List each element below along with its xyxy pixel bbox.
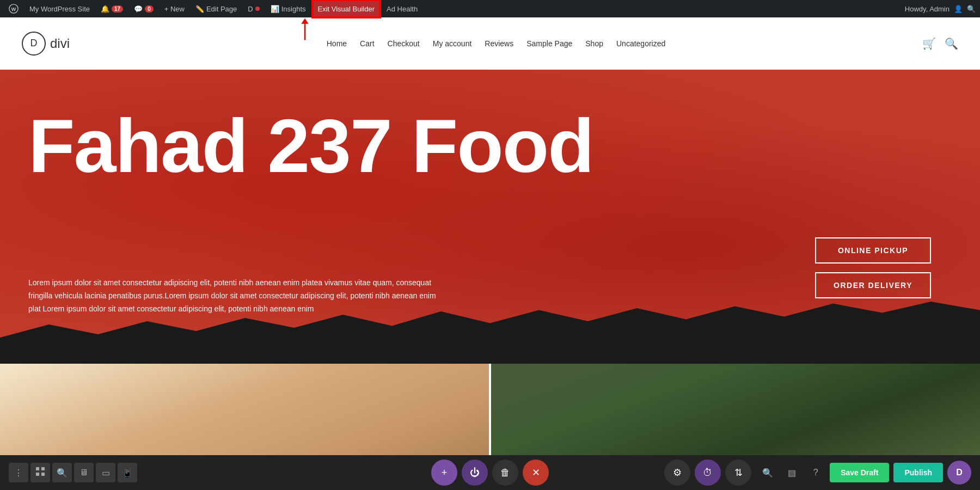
layers-icon: ▤ <box>788 468 796 478</box>
pencil-icon: ✏️ <box>195 5 204 13</box>
builder-mobile-button[interactable]: 📱 <box>118 463 137 482</box>
site-name-label: My WordPress Site <box>29 5 90 13</box>
updates-icon: 🔔 <box>101 5 109 13</box>
howdy-label: Howdy, Admin <box>905 5 950 13</box>
zoom-button[interactable]: 🔍 <box>758 463 777 482</box>
layers-button[interactable]: ▤ <box>782 463 801 482</box>
logo-circle: D <box>22 32 46 56</box>
svg-rect-6 <box>36 473 39 476</box>
exit-visual-builder-button[interactable]: Exit Visual Builder <box>313 0 381 17</box>
hero-subtitle: Lorem ipsum dolor sit amet consectetur a… <box>28 277 442 315</box>
hero-title: Fahad 237 Food <box>28 108 593 184</box>
move-icon: ⇅ <box>734 467 743 479</box>
comments-count: 0 <box>145 5 154 13</box>
move-button[interactable]: ⇅ <box>725 460 751 486</box>
nav-sample-page[interactable]: Sample Page <box>526 39 572 48</box>
plus-icon: + <box>442 467 448 479</box>
divi-button[interactable]: D <box>243 0 264 17</box>
settings-icon: ⚙ <box>673 467 682 479</box>
zoom-icon: 🔍 <box>762 468 773 478</box>
close-button[interactable]: ✕ <box>523 460 549 486</box>
publish-button[interactable]: Publish <box>893 463 943 482</box>
nav-search-icon[interactable]: 🔍 <box>945 37 958 50</box>
cart-icon[interactable]: 🛒 <box>922 37 936 50</box>
nav-shop[interactable]: Shop <box>585 39 603 48</box>
help-icon: ? <box>813 468 818 477</box>
site-nav: Home Cart Checkout My account Reviews Sa… <box>327 39 666 48</box>
divi-logo-button[interactable]: D <box>947 461 971 485</box>
new-button[interactable]: + New <box>160 0 189 17</box>
builder-search-button[interactable]: 🔍 <box>52 463 72 482</box>
builder-desktop-button[interactable]: 🖥 <box>74 463 94 482</box>
edit-page-button[interactable]: ✏️ Edit Page <box>191 0 241 17</box>
hero-buttons: ONLINE PICKUP ORDER DELIVERY <box>815 237 931 298</box>
online-pickup-button[interactable]: ONLINE PICKUP <box>815 237 931 264</box>
dots-icon: ⋮ <box>14 468 23 478</box>
admin-bar: W My WordPress Site 🔔 17 💬 0 + New ✏️ Ed… <box>0 0 980 17</box>
logo-letter: D <box>30 38 38 49</box>
insights-label: Insights <box>281 5 306 13</box>
insights-button[interactable]: 📊 Insights <box>266 0 310 17</box>
nav-icons: 🛒 🔍 <box>922 37 958 50</box>
builder-left-tools: ⋮ 🔍 🖥 ▭ 📱 <box>9 463 137 482</box>
nav-reviews[interactable]: Reviews <box>485 39 513 48</box>
builder-grid-button[interactable] <box>30 463 50 482</box>
svg-rect-7 <box>41 473 45 476</box>
nav-cart[interactable]: Cart <box>360 39 374 48</box>
builder-right-tools: 🔍 ▤ ? Save Draft Publish D <box>758 461 971 485</box>
builder-center-right-controls: ⚙ ⏱ ⇅ <box>664 460 751 486</box>
nav-checkout[interactable]: Checkout <box>388 39 420 48</box>
hero-section: Fahad 237 Food Lorem ipsum dolor sit ame… <box>0 70 980 364</box>
svg-rect-4 <box>36 467 39 470</box>
ad-health-label: Ad Health <box>387 5 418 13</box>
nav-home[interactable]: Home <box>327 39 347 48</box>
updates-button[interactable]: 🔔 17 <box>96 0 127 17</box>
help-button[interactable]: ? <box>806 463 825 482</box>
comments-icon: 💬 <box>134 5 143 13</box>
admin-bar-right: Howdy, Admin 👤 🔍 <box>905 5 976 13</box>
builder-bar: ⋮ 🔍 🖥 ▭ 📱 + ⏻ 🗑 ✕ <box>0 455 980 490</box>
builder-menu-button[interactable]: ⋮ <box>9 463 28 482</box>
close-icon: ✕ <box>532 467 540 479</box>
mobile-icon: 📱 <box>122 468 133 478</box>
desktop-icon: 🖥 <box>79 468 88 477</box>
edit-page-label: Edit Page <box>206 5 237 13</box>
delete-button[interactable]: 🗑 <box>492 460 518 486</box>
comments-button[interactable]: 💬 0 <box>130 0 158 17</box>
logo-text: divi <box>50 36 70 51</box>
power-icon: ⏻ <box>470 467 480 479</box>
ad-health-button[interactable]: Ad Health <box>382 0 422 17</box>
trash-icon: 🗑 <box>500 467 510 479</box>
history-button[interactable]: ⏱ <box>695 460 721 486</box>
divi-status-dot <box>255 7 260 11</box>
nav-uncategorized[interactable]: Uncategorized <box>616 39 665 48</box>
grid-icon <box>36 467 45 478</box>
power-button[interactable]: ⏻ <box>462 460 488 486</box>
wp-logo-button[interactable]: W <box>4 0 23 17</box>
add-element-button[interactable]: + <box>431 460 457 486</box>
site-logo[interactable]: D divi <box>22 32 70 56</box>
svg-text:W: W <box>11 7 16 12</box>
new-label: + New <box>164 5 185 13</box>
save-draft-button[interactable]: Save Draft <box>830 463 889 482</box>
exit-vb-label: Exit Visual Builder <box>318 5 375 13</box>
updates-count: 17 <box>112 5 123 13</box>
divi-icon: D <box>248 5 253 13</box>
bar-chart-icon: 📊 <box>271 5 279 13</box>
divi-d-icon: D <box>956 468 963 477</box>
admin-avatar-icon: 👤 <box>954 5 963 13</box>
tablet-icon: ▭ <box>102 468 110 478</box>
nav-my-account[interactable]: My account <box>433 39 472 48</box>
search-icon: 🔍 <box>57 468 68 478</box>
order-delivery-button[interactable]: ORDER DELIVERY <box>815 272 931 298</box>
svg-rect-5 <box>41 467 45 470</box>
builder-tablet-button[interactable]: ▭ <box>96 463 115 482</box>
site-name-button[interactable]: My WordPress Site <box>25 0 94 17</box>
history-icon: ⏱ <box>703 467 713 479</box>
settings-button[interactable]: ⚙ <box>664 460 690 486</box>
search-icon[interactable]: 🔍 <box>967 5 976 13</box>
site-header: D divi Home Cart Checkout My account Rev… <box>0 17 980 70</box>
builder-center-controls: + ⏻ 🗑 ✕ <box>431 460 549 486</box>
